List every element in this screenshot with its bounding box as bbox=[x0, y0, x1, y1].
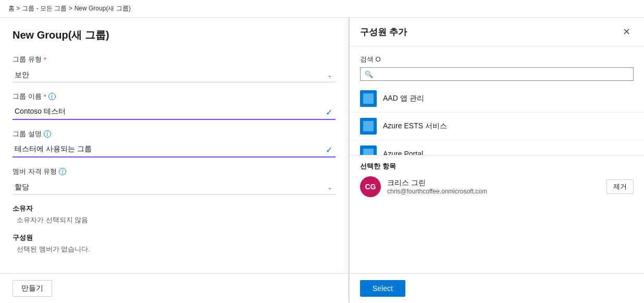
selected-user-name: 크리스 그린 bbox=[387, 178, 600, 188]
drawer-header: 구성원 추가 ✕ bbox=[350, 18, 644, 46]
selected-info: 크리스 그린 chris@fourthcoffee.onmicrosoft.co… bbox=[387, 178, 600, 195]
member-type-label: 멤버 자격 유형 i bbox=[13, 167, 336, 176]
member-text: 선택된 멤버가 없습니다. bbox=[17, 245, 336, 254]
result-name: Azure Portal bbox=[383, 150, 423, 155]
check-icon-2: ✓ bbox=[326, 145, 332, 155]
list-item[interactable]: Azure ESTS 서비스 bbox=[350, 113, 644, 140]
drawer-body: 검색 O 🔍 AAD 앱 관리 bbox=[350, 46, 644, 273]
breadcrumb-home[interactable]: 홈 > bbox=[8, 4, 20, 13]
group-type-select[interactable]: 보안 Microsoft 365 bbox=[13, 67, 336, 82]
owner-section: 소유자 소유자가 선택되지 않음 bbox=[13, 204, 336, 225]
search-icon: 🔍 bbox=[365, 70, 373, 78]
group-desc-input[interactable] bbox=[13, 142, 336, 157]
result-name: AAD 앱 관리 bbox=[383, 94, 424, 103]
group-type-field: 그룹 유형 * 보안 Microsoft 365 ⌄ bbox=[13, 55, 336, 82]
close-button[interactable]: ✕ bbox=[620, 25, 634, 39]
azure-ests-icon bbox=[360, 118, 377, 135]
member-type-field: 멤버 자격 유형 i 할당 동적 사용자 동적 장치 ⌄ bbox=[13, 167, 336, 195]
drawer-title: 구성원 추가 bbox=[360, 26, 407, 38]
results-list: AAD 앱 관리 Azure ESTS 서비스 Azure Portal bbox=[350, 85, 644, 155]
search-label: 검색 O bbox=[360, 55, 634, 64]
group-name-label: 그룹 이름 * i bbox=[13, 92, 336, 101]
group-desc-field: 그룹 설명 i ✓ bbox=[13, 129, 336, 157]
create-button[interactable]: 만들기 bbox=[13, 280, 52, 297]
result-name: Azure ESTS 서비스 bbox=[383, 122, 447, 131]
selected-user-email: chris@fourthcoffee.onmicrosoft.com bbox=[387, 188, 600, 195]
selected-section: 선택한 항목 CG 크리스 그린 chris@fourthcoffee.onmi… bbox=[350, 155, 644, 203]
drawer-footer: Select bbox=[350, 273, 644, 303]
info-icon-2[interactable]: i bbox=[44, 130, 51, 138]
bottom-bar: 만들기 bbox=[0, 273, 348, 303]
required-star: * bbox=[44, 56, 46, 64]
member-type-select-wrapper[interactable]: 할당 동적 사용자 동적 장치 ⌄ bbox=[13, 179, 336, 195]
page-title: New Group(새 그룹) bbox=[13, 28, 336, 42]
info-icon-3[interactable]: i bbox=[59, 168, 66, 175]
required-star-2: * bbox=[44, 93, 46, 101]
owner-label: 소유자 bbox=[13, 204, 336, 213]
owner-text: 소유자가 선택되지 않음 bbox=[17, 215, 336, 225]
select-button[interactable]: Select bbox=[360, 280, 405, 297]
info-icon[interactable]: i bbox=[48, 93, 56, 100]
group-name-input[interactable] bbox=[13, 104, 336, 120]
search-section: 검색 O 🔍 bbox=[350, 46, 644, 85]
group-type-label: 그룹 유형 * bbox=[13, 55, 336, 64]
selected-item: CG 크리스 그린 chris@fourthcoffee.onmicrosoft… bbox=[360, 176, 634, 197]
breadcrumb: 홈 > 그룹 - 모든 그룹 > New Group(새 그룹) bbox=[0, 0, 644, 18]
list-item[interactable]: Azure Portal bbox=[350, 140, 644, 155]
aad-icon bbox=[360, 90, 377, 107]
group-name-field: 그룹 이름 * i ✓ bbox=[13, 92, 336, 120]
breadcrumb-groups[interactable]: 그룹 - 모든 그룹 > bbox=[22, 4, 72, 13]
search-input[interactable] bbox=[375, 70, 629, 78]
remove-button[interactable]: 제거 bbox=[606, 179, 634, 194]
left-panel: New Group(새 그룹) 그룹 유형 * 보안 Microsoft 365… bbox=[0, 18, 349, 303]
member-type-select[interactable]: 할당 동적 사용자 동적 장치 bbox=[13, 179, 336, 195]
member-section: 구성원 선택된 멤버가 없습니다. bbox=[13, 233, 336, 254]
add-member-drawer: 구성원 추가 ✕ 검색 O 🔍 AAD 앱 관리 bbox=[349, 18, 644, 303]
azure-portal-icon bbox=[360, 146, 377, 155]
group-desc-wrapper: ✓ bbox=[13, 142, 336, 157]
group-type-select-wrapper[interactable]: 보안 Microsoft 365 ⌄ bbox=[13, 67, 336, 82]
search-wrapper[interactable]: 🔍 bbox=[360, 67, 634, 81]
member-label: 구성원 bbox=[13, 233, 336, 243]
check-icon: ✓ bbox=[326, 107, 332, 117]
selected-title: 선택한 항목 bbox=[360, 162, 634, 171]
group-name-wrapper: ✓ bbox=[13, 104, 336, 120]
avatar: CG bbox=[360, 176, 381, 197]
breadcrumb-current: New Group(새 그룹) bbox=[75, 4, 131, 13]
list-item[interactable]: AAD 앱 관리 bbox=[350, 85, 644, 113]
group-desc-label: 그룹 설명 i bbox=[13, 129, 336, 139]
